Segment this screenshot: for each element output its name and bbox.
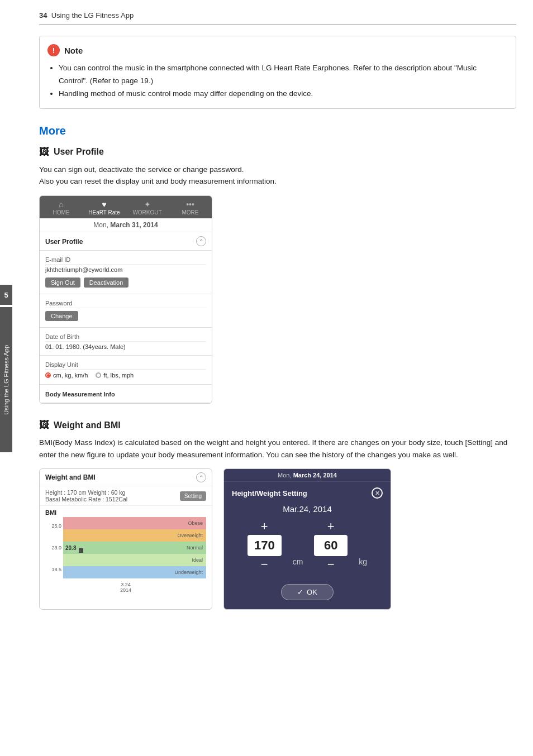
password-section: Password Change [40, 294, 212, 328]
nav-bar: ⌂ HOME ♥ HEaRT Rate ✦ WORKOUT ••• MORE [40, 196, 212, 218]
weight-minus-button[interactable]: − [327, 558, 335, 571]
body-meas-section: Body Measurement Info [40, 385, 212, 403]
display-unit-section: Display Unit cm, kg, km/h ft, lbs, mph [40, 356, 212, 385]
sign-out-button[interactable]: Sign Out [45, 277, 80, 288]
radio-dot-empty [96, 372, 101, 378]
bmi-info-line2: Basal Metabolic Rate : 1512Cal [45, 496, 127, 503]
note-icon: ! [47, 44, 60, 56]
hw-close-button[interactable]: ✕ [372, 487, 383, 499]
bmi-dot: ● [79, 548, 83, 553]
bar-underweight: Underweight [63, 566, 206, 578]
password-btn-row: Change [45, 308, 206, 324]
nav-workout[interactable]: ✦ WORKOUT [126, 196, 169, 218]
bmi-chart-label: BMI [40, 506, 212, 517]
hw-header: Height/Weight Setting ✕ [224, 482, 391, 502]
weight-bmi-heading: 🖼 Weight and BMI [39, 419, 516, 431]
hw-ok-row: ✓ OK [224, 578, 391, 609]
hw-controls: + 170 − cm + 60 − kg [224, 520, 391, 578]
note-bullet-2: Handling method of music control mode ma… [59, 88, 506, 101]
profile-section: User Profile ⌃ [40, 232, 212, 251]
change-password-button[interactable]: Change [45, 311, 78, 321]
display-unit-label: Display Unit [45, 359, 206, 370]
bar-ideal: Ideal [63, 554, 206, 566]
nav-home[interactable]: ⌂ HOME [40, 196, 83, 218]
bmi-current-value: 20.8 [65, 545, 76, 551]
bmi-header: Weight and BMI ⌃ [40, 469, 212, 486]
radio-dot-filled [45, 372, 51, 378]
date-bar: Mon, March 31, 2014 [40, 218, 212, 232]
side-tab-label: Using the LG Fitness App [3, 345, 9, 415]
weight-bmi-desc: BMI(Body Mass Index) is calculated based… [39, 437, 516, 461]
bmi-chart-area: 25.0 23.0 18.5 Obese Overweight Norma [40, 517, 212, 581]
email-section: E-mail ID jkhthetriumph@cyworld.com Sign… [40, 251, 212, 294]
bar-obese: Obese [63, 517, 206, 529]
profile-label: User Profile [45, 236, 83, 247]
side-tab: Using the LG Fitness App [0, 307, 12, 452]
user-profile-icon: 🖼 [39, 146, 49, 158]
user-profile-heading: 🖼 User Profile [39, 146, 516, 158]
user-profile-desc: You can sign out, deactivate the service… [39, 164, 516, 188]
hw-ok-button[interactable]: ✓ OK [281, 584, 334, 600]
email-label: E-mail ID [45, 254, 206, 265]
height-minus-button[interactable]: − [261, 558, 268, 571]
screenshots-row: Weight and BMI ⌃ Height : 170 cm Weight … [39, 468, 516, 610]
weight-plus-button[interactable]: + [327, 520, 335, 533]
weight-bmi-icon: 🖼 [39, 419, 49, 431]
nav-heartrate[interactable]: ♥ HEaRT Rate [83, 196, 126, 218]
weight-unit: kg [359, 557, 367, 571]
weight-bmi-title: Weight and BMI [54, 420, 121, 430]
dob-value: 01. 01. 1980. (34years. Male) [45, 342, 206, 352]
page-number: 34 [39, 11, 47, 20]
note-header: ! Note [47, 44, 506, 56]
unit-option-1[interactable]: cm, kg, km/h [45, 372, 88, 379]
email-value: jkhthetriumph@cyworld.com [45, 265, 206, 275]
page-header: 34 Using the LG Fitness App [39, 11, 516, 25]
deactivation-button[interactable]: Deactivation [84, 277, 129, 288]
more-heading: More [39, 125, 516, 137]
hw-date-bar: Mon, March 24, 2014 [224, 469, 391, 482]
workout-icon: ✦ [127, 200, 168, 209]
hw-big-date: Mar.24, 2014 [224, 502, 391, 520]
heart-icon: ♥ [84, 200, 125, 209]
user-profile-title: User Profile [54, 147, 104, 157]
dob-label: Date of Birth [45, 331, 206, 342]
bmi-bars-container: 25.0 23.0 18.5 Obese Overweight Norma [45, 517, 206, 578]
height-unit: cm [293, 557, 303, 571]
body-meas-label: Body Measurement Info [45, 388, 206, 399]
hw-mockup: Mon, March 24, 2014 Height/Weight Settin… [223, 468, 391, 610]
note-list: You can control the music in the smartph… [59, 62, 506, 101]
hw-title: Height/Weight Setting [232, 489, 307, 497]
home-icon: ⌂ [41, 200, 82, 209]
height-control: + 170 − [248, 520, 282, 571]
note-box: ! Note You can control the music in the … [39, 36, 516, 109]
setting-button[interactable]: Setting [180, 491, 206, 501]
note-bullet-1: You can control the music in the smartph… [59, 62, 506, 88]
bmi-expand-icon[interactable]: ⌃ [196, 472, 206, 482]
bmi-info-line1: Height : 170 cm Weight : 60 kg [45, 489, 127, 496]
weight-control: + 60 − [314, 520, 348, 571]
height-value: 170 [248, 535, 282, 556]
email-btn-row: Sign Out Deactivation [45, 275, 206, 290]
note-title: Note [64, 46, 83, 55]
nav-more[interactable]: ••• MORE [169, 196, 212, 218]
radio-row: cm, kg, km/h ft, lbs, mph [45, 370, 206, 381]
dob-section: Date of Birth 01. 01. 1980. (34years. Ma… [40, 328, 212, 356]
bmi-mockup: Weight and BMI ⌃ Height : 170 cm Weight … [39, 468, 212, 610]
height-plus-button[interactable]: + [261, 520, 268, 533]
page-side-number: 5 [0, 285, 12, 305]
bar-overweight: Overweight [63, 529, 206, 542]
weight-value: 60 [314, 535, 348, 556]
more-icon: ••• [170, 200, 211, 209]
bar-normal: Normal 20.8 ● [63, 542, 206, 554]
password-label: Password [45, 298, 206, 308]
bmi-title: Weight and BMI [45, 473, 96, 481]
user-profile-mockup: ⌂ HOME ♥ HEaRT Rate ✦ WORKOUT ••• MORE [39, 195, 212, 404]
page-title: Using the LG Fitness App [51, 11, 134, 20]
bmi-date: 3.24 2014 [40, 581, 212, 596]
unit-option-2[interactable]: ft, lbs, mph [96, 372, 134, 379]
expand-icon[interactable]: ⌃ [196, 236, 206, 246]
bmi-info: Height : 170 cm Weight : 60 kg Basal Met… [40, 486, 212, 506]
